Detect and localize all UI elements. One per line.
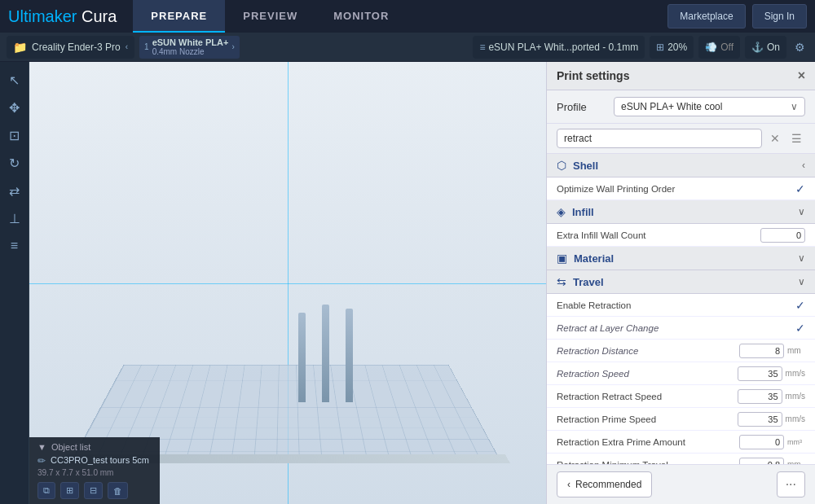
left-panel: ↖ ✥ ⊡ ↻ ⇄ ⊥ ≡ [0, 62, 29, 504]
material-section-header[interactable]: ▣ Material ∨ [547, 247, 815, 270]
retraction-min-travel-input[interactable] [739, 458, 784, 465]
material-name: eSUN White PLA+ [152, 37, 229, 47]
shell-section-header[interactable]: ⬡ Shell ‹ [547, 154, 815, 177]
extra-infill-value-container [760, 228, 805, 243]
shell-chevron-icon: ‹ [802, 160, 805, 171]
fan-control[interactable]: 💨 Off [698, 36, 740, 59]
on-control[interactable]: ⚓ On [745, 36, 786, 59]
retraction-distance-unit: mm [787, 346, 805, 355]
retraction-extra-prime-input[interactable] [739, 435, 784, 449]
travel-section-header[interactable]: ⇆ Travel ∨ [547, 270, 815, 294]
travel-chevron-icon: ∨ [798, 276, 805, 287]
on-label: On [767, 42, 780, 53]
enable-retraction-row: Enable Retraction ✓ [547, 294, 815, 317]
nav-tabs: PREPARE PREVIEW MONITOR [133, 0, 407, 33]
main-area: ↖ ✥ ⊡ ↻ ⇄ ⊥ ≡ ▼ Object list [0, 62, 815, 504]
profile-chevron-icon: ∨ [791, 101, 798, 112]
layer-view-icon[interactable]: ≡ [3, 234, 26, 257]
nozzle-size: 0.4mm Nozzle [152, 47, 229, 56]
profile-dropdown[interactable]: eSUN PLA+ White cool ∨ [614, 97, 805, 116]
tab-preview[interactable]: PREVIEW [225, 0, 315, 33]
retract-layer-change-row: Retract at Layer Change ✓ [547, 317, 815, 340]
print-column-1 [298, 313, 306, 402]
infill-icon: ◈ [557, 205, 566, 218]
profile-name: eSUN PLA+ Whit...ported - 0.1mm [488, 42, 638, 53]
recommended-label: Recommended [575, 479, 641, 490]
more-options-button[interactable]: ··· [777, 471, 805, 497]
material-info: eSUN White PLA+ 0.4mm Nozzle [152, 37, 229, 56]
printer-selector[interactable]: 📁 Creality Ender-3 Pro ‹ [7, 36, 134, 59]
retraction-speed-value: mm/s [738, 366, 805, 381]
object-list-title: Object list [51, 442, 90, 452]
material-chevron-icon: ∨ [798, 252, 805, 264]
enable-retraction-check[interactable]: ✓ [795, 299, 805, 312]
signin-button[interactable]: Sign In [752, 4, 807, 28]
infill-section-title: Infill [572, 206, 791, 218]
floor-area [29, 203, 546, 463]
retract-layer-change-check[interactable]: ✓ [795, 322, 805, 335]
print-column-2 [322, 305, 329, 402]
recommended-button[interactable]: ‹ Recommended [557, 471, 652, 497]
search-input[interactable] [557, 129, 762, 148]
retraction-speed-input[interactable] [738, 366, 782, 381]
search-clear-button[interactable]: ✕ [767, 130, 783, 147]
settings-list: ⬡ Shell ‹ Optimize Wall Printing Order ✓… [547, 154, 815, 464]
tab-prepare[interactable]: PREPARE [133, 0, 225, 33]
marketplace-button[interactable]: Marketplace [667, 4, 745, 28]
printer-name: Creality Ender-3 Pro [32, 42, 121, 53]
material-section-title: Material [574, 252, 791, 265]
search-menu-button[interactable]: ☰ [788, 130, 805, 147]
zoom-icon: ⊞ [656, 42, 664, 53]
logo-sub: Cura [77, 7, 117, 25]
retraction-distance-input[interactable] [739, 344, 784, 358]
select-tool-icon[interactable]: ↖ [3, 68, 26, 91]
rotate-tool-icon[interactable]: ↻ [3, 151, 26, 174]
obj-clone-button[interactable]: ⧉ [37, 482, 55, 499]
obj-merge-button[interactable]: ⊟ [84, 482, 103, 499]
extra-infill-input[interactable] [760, 228, 805, 243]
material-icon: ▣ [557, 252, 567, 265]
fan-icon: 💨 [705, 42, 717, 53]
print-settings-panel: Print settings × Profile eSUN PLA+ White… [546, 62, 815, 504]
retraction-prime-speed-row: Retraction Prime Speed mm/s [547, 408, 815, 431]
obj-delete-button[interactable]: 🗑 [108, 482, 128, 499]
retraction-retract-speed-input[interactable] [738, 389, 782, 404]
settings-view-icon[interactable]: ⚙ [791, 37, 808, 57]
material-selector[interactable]: 1 eSUN White PLA+ 0.4mm Nozzle › [139, 36, 240, 59]
chevron-left-icon: ‹ [126, 42, 128, 51]
shell-icon: ⬡ [557, 159, 566, 172]
optimize-wall-check[interactable]: ✓ [795, 182, 805, 195]
profile-icon: ≡ [479, 42, 485, 53]
object-name: CC3PRO_test tours 5cm [51, 455, 149, 465]
search-row: ✕ ☰ [547, 124, 815, 154]
move-tool-icon[interactable]: ✥ [3, 96, 26, 119]
obj-split-button[interactable]: ⊞ [60, 482, 79, 499]
retraction-speed-row: Retraction Speed mm/s [547, 362, 815, 385]
toolbar: 📁 Creality Ender-3 Pro ‹ 1 eSUN White PL… [0, 33, 815, 62]
retraction-min-travel-value: mm [739, 458, 805, 465]
retraction-prime-speed-unit: mm/s [786, 414, 805, 423]
retraction-speed-unit: mm/s [786, 369, 805, 378]
support-tool-icon[interactable]: ⊥ [3, 207, 26, 230]
zoom-indicator: ⊞ 20% [650, 36, 694, 59]
retraction-extra-prime-row: Retraction Extra Prime Amount mm³ [547, 431, 815, 454]
profile-label: Profile [557, 101, 606, 113]
panel-close-button[interactable]: × [798, 68, 805, 83]
extra-infill-row: Extra Infill Wall Count [547, 224, 815, 247]
optimize-wall-label: Optimize Wall Printing Order [557, 184, 795, 194]
object-action-icons: ⧉ ⊞ ⊟ 🗑 [37, 482, 152, 499]
object-icon: ✏ [37, 455, 46, 467]
tab-monitor[interactable]: MONITOR [315, 0, 407, 33]
profile-selector[interactable]: ≡ eSUN PLA+ Whit...ported - 0.1mm [473, 36, 645, 59]
retraction-distance-value: mm [739, 344, 805, 358]
retraction-retract-speed-unit: mm/s [786, 392, 805, 401]
collapse-icon[interactable]: ▼ [37, 442, 46, 452]
mirror-tool-icon[interactable]: ⇄ [3, 179, 26, 202]
anchor-icon: ⚓ [751, 42, 764, 53]
object-item: ✏ CC3PRO_test tours 5cm [37, 455, 152, 467]
scale-tool-icon[interactable]: ⊡ [3, 124, 26, 147]
object-list-panel: ▼ Object list ✏ CC3PRO_test tours 5cm 39… [29, 437, 160, 504]
shell-section-title: Shell [573, 160, 795, 172]
infill-section-header[interactable]: ◈ Infill ∨ [547, 200, 815, 224]
retraction-prime-speed-input[interactable] [738, 412, 782, 427]
